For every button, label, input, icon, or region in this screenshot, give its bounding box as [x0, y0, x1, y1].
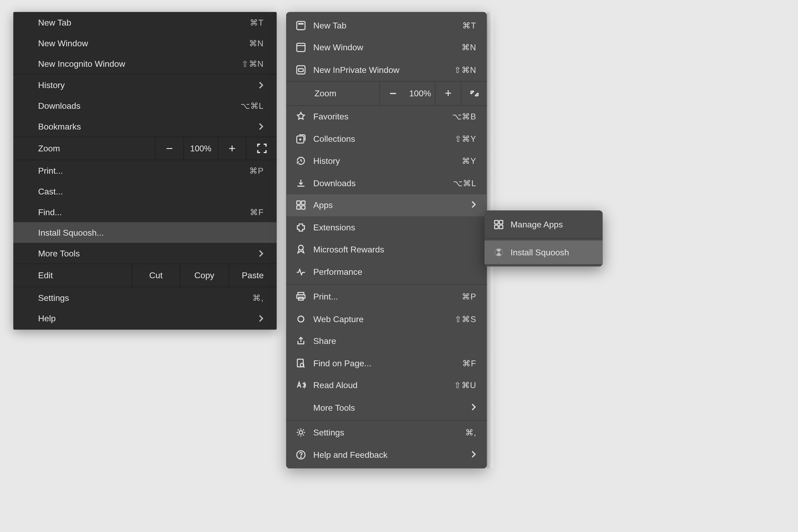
svg-point-23	[301, 457, 301, 457]
menu-item-find-on-page[interactable]: Find on Page... ⌘F	[286, 352, 487, 374]
menu-item-label: Cast...	[38, 187, 264, 196]
menu-item-shortcut: ⌘F	[250, 207, 264, 217]
menu-item-shortcut: ⌘F	[462, 359, 476, 368]
svg-point-14	[299, 245, 303, 250]
menu-item-new-tab[interactable]: New Tab ⌘T	[13, 12, 277, 33]
menu-item-shortcut: ⌘,	[465, 428, 476, 437]
menu-item-help[interactable]: Help	[13, 308, 277, 328]
chevron-right-icon	[259, 122, 264, 130]
menu-item-apps[interactable]: Apps	[286, 194, 487, 216]
menu-item-bookmarks[interactable]: Bookmarks	[13, 116, 277, 137]
edit-cut-button[interactable]: Cut	[131, 264, 180, 286]
fullscreen-button[interactable]	[246, 137, 277, 159]
zoom-in-button[interactable]: +	[435, 81, 461, 105]
menu-item-label: History	[314, 156, 456, 166]
menu-item-shortcut: ⌥⌘L	[241, 101, 264, 110]
zoom-out-button[interactable]: −	[155, 137, 184, 159]
menu-item-label: Help and Feedback	[314, 450, 466, 460]
menu-item-share[interactable]: Share	[286, 330, 487, 352]
menu-item-label: Help	[38, 314, 259, 323]
zoom-in-button[interactable]: +	[217, 137, 246, 159]
edit-paste-button[interactable]: Paste	[228, 264, 277, 286]
menu-item-new-window[interactable]: New Window ⌘N	[13, 33, 277, 54]
menu-item-label: Read Aloud	[314, 381, 448, 390]
menu-item-web-capture[interactable]: Web Capture ⇧⌘S	[286, 308, 487, 330]
menu-item-collections[interactable]: Collections ⇧⌘Y	[286, 128, 487, 150]
submenu-item-label: Install Squoosh	[510, 248, 569, 257]
submenu-item-install-squoosh[interactable]: Install Squoosh	[484, 241, 603, 264]
menu-separator	[286, 284, 487, 284]
menu-item-shortcut: ⌘Y	[462, 156, 476, 166]
menu-item-label: Settings	[38, 293, 252, 302]
menu-item-new-window[interactable]: New Window ⌘N	[286, 36, 487, 58]
menu-item-history[interactable]: History ⌘Y	[286, 150, 487, 172]
menu-item-cast[interactable]: Cast...	[13, 181, 277, 202]
submenu-item-manage-apps[interactable]: Manage Apps	[484, 213, 603, 236]
menu-item-history[interactable]: History	[13, 75, 277, 95]
new-window-icon	[294, 41, 307, 54]
menu-item-label: Print...	[38, 166, 249, 175]
menu-item-print[interactable]: Print... ⌘P	[286, 286, 487, 308]
menu-item-label: Install Squoosh...	[38, 228, 264, 237]
edit-label: Edit	[13, 270, 131, 280]
menu-item-label: Share	[314, 336, 476, 346]
menu-item-settings[interactable]: Settings ⌘,	[286, 422, 487, 444]
extensions-icon	[294, 221, 307, 234]
svg-rect-12	[297, 206, 300, 209]
squoosh-icon	[493, 246, 505, 258]
menu-item-settings[interactable]: Settings ⌘,	[13, 287, 277, 308]
svg-point-3	[302, 23, 303, 24]
menu-item-more-tools[interactable]: More Tools	[13, 243, 277, 264]
edit-copy-button[interactable]: Copy	[180, 264, 228, 286]
menu-item-extensions[interactable]: Extensions	[286, 216, 487, 238]
menu-item-shortcut: ⇧⌘Y	[455, 134, 476, 144]
menu-item-label: More Tools	[38, 248, 259, 258]
menu-item-favorites[interactable]: Favorites ⌥⌘B	[286, 106, 487, 128]
inprivate-icon	[294, 63, 307, 76]
rewards-icon	[294, 243, 307, 256]
chevron-right-icon	[472, 450, 476, 460]
menu-item-new-inprivate-window[interactable]: New InPrivate Window ⇧⌘N	[286, 58, 487, 81]
chevron-right-icon	[472, 201, 476, 210]
menu-item-new-incognito-window[interactable]: New Incognito Window ⇧⌘N	[13, 53, 277, 74]
menu-item-label: Bookmarks	[38, 121, 259, 131]
menu-item-read-aloud[interactable]: Read Aloud ⇧⌘U	[286, 374, 487, 396]
menu-item-label: Settings	[314, 428, 459, 437]
menu-item-label: New Tab	[38, 18, 250, 27]
web-capture-icon	[294, 312, 307, 325]
apps-submenu: Manage Apps Install Squoosh	[484, 210, 603, 267]
menu-item-label: History	[38, 80, 259, 90]
menu-item-new-tab[interactable]: New Tab ⌘T	[286, 14, 487, 36]
menu-item-more-tools[interactable]: More Tools	[286, 396, 487, 418]
collections-icon	[294, 132, 307, 145]
menu-item-downloads[interactable]: Downloads ⌥⌘L	[13, 95, 277, 116]
svg-rect-26	[494, 225, 498, 228]
zoom-out-button[interactable]	[379, 81, 405, 105]
menu-item-shortcut: ⌘N	[249, 38, 264, 48]
svg-rect-11	[301, 201, 305, 205]
menu-item-label: Web Capture	[314, 314, 449, 324]
menu-item-shortcut: ⌥⌘B	[452, 112, 476, 121]
menu-item-find[interactable]: Find... ⌘F	[13, 202, 277, 222]
apps-icon	[294, 199, 307, 212]
menu-item-microsoft-rewards[interactable]: Microsoft Rewards	[286, 238, 487, 261]
svg-rect-6	[297, 65, 305, 74]
menu-item-install-squoosh[interactable]: Install Squoosh...	[13, 222, 277, 243]
fullscreen-button[interactable]	[461, 81, 487, 105]
blank-icon	[294, 401, 307, 414]
print-icon	[294, 290, 307, 303]
menu-item-label: Downloads	[38, 101, 241, 110]
menu-item-label: Apps	[314, 201, 466, 210]
svg-rect-13	[301, 206, 305, 209]
menu-item-label: Downloads	[314, 178, 447, 188]
menu-separator	[286, 420, 487, 420]
menu-item-performance[interactable]: Performance	[286, 261, 487, 283]
menu-item-downloads[interactable]: Downloads ⌥⌘L	[286, 172, 487, 194]
menu-item-print[interactable]: Print... ⌘P	[13, 160, 277, 181]
menu-item-shortcut: ⌥⌘L	[453, 178, 476, 188]
menu-item-shortcut: ⇧⌘U	[454, 381, 476, 390]
menu-item-shortcut: ⌘P	[462, 292, 476, 302]
gear-icon	[294, 426, 307, 439]
menu-item-help-and-feedback[interactable]: Help and Feedback	[286, 444, 487, 466]
edge-main-menu: New Tab ⌘T New Window ⌘N New InPrivate W…	[286, 12, 487, 468]
